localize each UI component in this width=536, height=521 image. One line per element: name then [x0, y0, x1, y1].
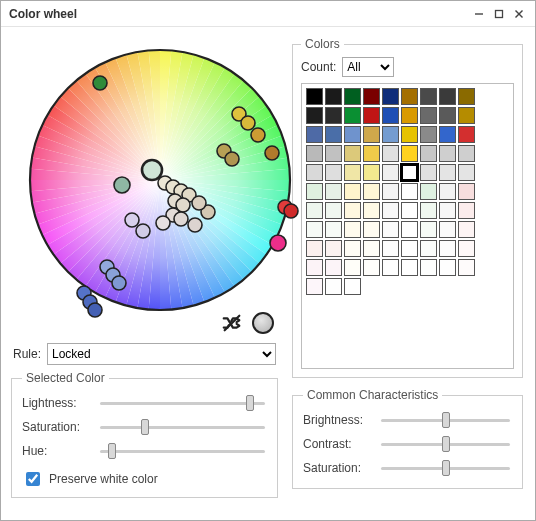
color-swatch[interactable] — [306, 278, 323, 295]
color-swatch[interactable] — [458, 259, 475, 276]
brightness-slider[interactable] — [381, 418, 510, 422]
color-swatch[interactable] — [401, 145, 418, 162]
contrast-slider[interactable] — [381, 442, 510, 446]
color-swatch[interactable] — [325, 278, 342, 295]
color-swatch[interactable] — [382, 221, 399, 238]
rule-select[interactable]: Locked — [47, 343, 276, 365]
color-swatch[interactable] — [382, 240, 399, 257]
wheel-marker[interactable] — [125, 213, 139, 227]
color-swatch[interactable] — [363, 164, 380, 181]
wheel-marker[interactable] — [93, 76, 107, 90]
color-swatch[interactable] — [420, 202, 437, 219]
color-swatch[interactable] — [344, 88, 361, 105]
color-swatch[interactable] — [420, 88, 437, 105]
color-swatch[interactable] — [325, 202, 342, 219]
count-select[interactable]: All — [342, 57, 394, 77]
color-swatch[interactable] — [420, 259, 437, 276]
color-swatch[interactable] — [382, 88, 399, 105]
color-swatch[interactable] — [363, 126, 380, 143]
color-swatch[interactable] — [363, 240, 380, 257]
color-swatch[interactable] — [363, 202, 380, 219]
color-swatch[interactable] — [382, 202, 399, 219]
color-swatch[interactable] — [344, 202, 361, 219]
color-swatch[interactable] — [344, 107, 361, 124]
color-swatch[interactable] — [306, 126, 323, 143]
color-swatch[interactable] — [458, 183, 475, 200]
color-swatch[interactable] — [325, 183, 342, 200]
color-swatch[interactable] — [439, 164, 456, 181]
color-swatch[interactable] — [439, 107, 456, 124]
color-swatch[interactable] — [344, 183, 361, 200]
color-swatch[interactable] — [401, 126, 418, 143]
maximize-button[interactable] — [489, 5, 509, 23]
saturation-slider[interactable] — [100, 425, 265, 429]
color-swatch[interactable] — [325, 259, 342, 276]
wheel-marker[interactable] — [174, 212, 188, 226]
wheel-marker[interactable] — [270, 235, 286, 251]
common-saturation-slider[interactable] — [381, 466, 510, 470]
color-swatch[interactable] — [306, 183, 323, 200]
wheel-marker[interactable] — [284, 204, 298, 218]
color-swatch[interactable] — [420, 145, 437, 162]
color-swatch[interactable] — [344, 240, 361, 257]
color-swatch[interactable] — [363, 221, 380, 238]
color-swatch[interactable] — [382, 164, 399, 181]
color-swatch[interactable] — [382, 107, 399, 124]
color-swatch[interactable] — [439, 202, 456, 219]
wheel-marker[interactable] — [225, 152, 239, 166]
color-swatch[interactable] — [420, 164, 437, 181]
color-swatch[interactable] — [458, 240, 475, 257]
color-swatch[interactable] — [439, 183, 456, 200]
wheel-marker[interactable] — [188, 218, 202, 232]
color-swatch[interactable] — [325, 107, 342, 124]
color-swatch[interactable] — [458, 88, 475, 105]
wheel-marker[interactable] — [114, 177, 130, 193]
color-swatch[interactable] — [458, 164, 475, 181]
color-swatch[interactable] — [420, 107, 437, 124]
minimize-button[interactable] — [469, 5, 489, 23]
color-swatch[interactable] — [363, 88, 380, 105]
color-swatch[interactable] — [344, 145, 361, 162]
color-swatch[interactable] — [344, 164, 361, 181]
color-swatch[interactable] — [344, 278, 361, 295]
color-swatch[interactable] — [325, 145, 342, 162]
color-swatch[interactable] — [306, 88, 323, 105]
color-swatch[interactable] — [382, 145, 399, 162]
wheel-marker[interactable] — [88, 303, 102, 317]
color-swatch[interactable] — [439, 240, 456, 257]
color-swatch[interactable] — [325, 126, 342, 143]
color-swatch[interactable] — [420, 221, 437, 238]
color-swatch[interactable] — [325, 88, 342, 105]
close-button[interactable] — [509, 5, 529, 23]
wheel-marker[interactable] — [156, 216, 170, 230]
color-swatch[interactable] — [325, 221, 342, 238]
color-swatch[interactable] — [363, 259, 380, 276]
color-swatch[interactable] — [458, 221, 475, 238]
color-swatch[interactable] — [401, 202, 418, 219]
color-swatch[interactable] — [382, 126, 399, 143]
color-swatch[interactable] — [458, 126, 475, 143]
color-swatch[interactable] — [382, 259, 399, 276]
color-wheel[interactable] — [15, 35, 305, 325]
color-swatch[interactable] — [401, 107, 418, 124]
color-swatch[interactable] — [382, 183, 399, 200]
color-swatch[interactable] — [306, 164, 323, 181]
color-swatch[interactable] — [306, 240, 323, 257]
wheel-marker[interactable] — [192, 196, 206, 210]
color-swatch[interactable] — [458, 107, 475, 124]
color-swatch[interactable] — [325, 240, 342, 257]
color-swatch[interactable] — [401, 221, 418, 238]
color-swatch[interactable] — [344, 221, 361, 238]
color-swatch[interactable] — [401, 259, 418, 276]
color-swatch[interactable] — [439, 259, 456, 276]
color-swatch[interactable] — [401, 240, 418, 257]
color-swatch[interactable] — [306, 145, 323, 162]
baseline-swatch[interactable] — [252, 312, 274, 334]
color-swatch[interactable] — [439, 145, 456, 162]
color-swatch[interactable] — [458, 202, 475, 219]
color-swatch[interactable] — [401, 164, 418, 181]
wheel-marker[interactable] — [265, 146, 279, 160]
wheel-marker[interactable] — [142, 160, 162, 180]
color-swatch[interactable] — [306, 221, 323, 238]
color-swatch[interactable] — [439, 126, 456, 143]
